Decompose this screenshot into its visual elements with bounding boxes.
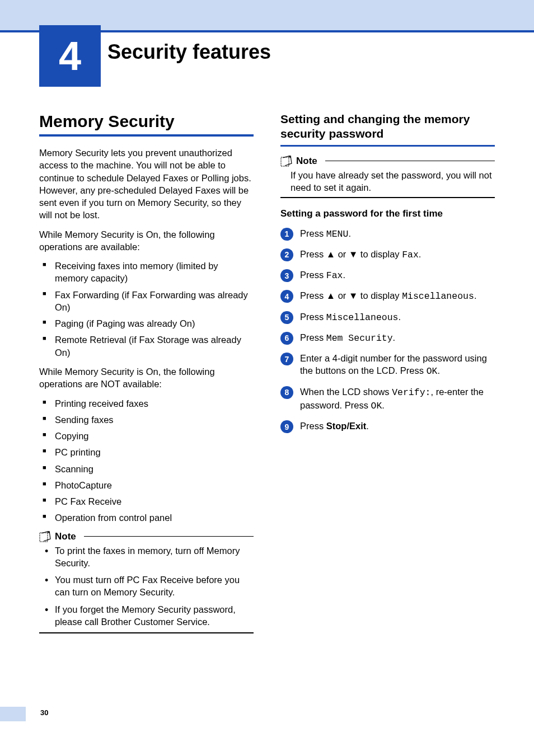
list-item: To print the faxes in memory, turn off M… (55, 544, 254, 570)
step-text: Press ▲ or ▼ to display Miscellaneous. (300, 289, 495, 303)
step-4: 4 Press ▲ or ▼ to display Miscellaneous. (280, 289, 495, 303)
not-available-list: Printing received faxes Sending faxes Co… (39, 397, 254, 524)
note-header-line (84, 536, 254, 537)
step-number-icon: 5 (280, 311, 293, 324)
note-icon (280, 156, 293, 167)
step-number-icon: 1 (280, 228, 293, 241)
note-header: Note (39, 531, 254, 542)
step-text: Press MENU. (300, 227, 495, 241)
subsection-heading: Setting and changing the memory security… (280, 112, 495, 142)
step-text: Press Mem Security. (300, 331, 495, 345)
available-intro: While Memory Security is On, the followi… (39, 228, 254, 253)
list-item: Fax Forwarding (if Fax Forwarding was al… (55, 289, 254, 314)
list-item: You must turn off PC Fax Receive before … (55, 574, 254, 599)
note-title: Note (296, 156, 317, 167)
list-item: PC Fax Receive (55, 495, 254, 508)
chapter-title: Security features (107, 40, 271, 64)
note-footer-line (39, 632, 254, 633)
note-body: If you have already set the password, yo… (280, 169, 495, 194)
step-text: Press Fax. (300, 269, 495, 282)
note-block: Note If you have already set the passwor… (280, 156, 495, 198)
intro-paragraph: Memory Security lets you prevent unautho… (39, 147, 254, 222)
list-item: Operation from control panel (55, 511, 254, 524)
section-heading: Memory Security (39, 112, 254, 131)
step-number-icon: 6 (280, 332, 293, 345)
page-number: 30 (40, 708, 48, 717)
note-footer-line (280, 197, 495, 198)
step-7: 7 Enter a 4-digit number for the passwor… (280, 352, 495, 378)
list-item: Receiving faxes into memory (limited by … (55, 260, 254, 285)
note-title: Note (55, 531, 76, 542)
note-block: Note To print the faxes in memory, turn … (39, 531, 254, 633)
step-3: 3 Press Fax. (280, 269, 495, 282)
available-list: Receiving faxes into memory (limited by … (39, 260, 254, 359)
step-1: 1 Press MENU. (280, 227, 495, 241)
step-9: 9 Press Stop/Exit. (280, 420, 495, 433)
not-available-intro: While Memory Security is On, the followi… (39, 365, 254, 391)
step-number-icon: 8 (280, 386, 293, 399)
step-text: Press Stop/Exit. (300, 420, 495, 432)
list-item: Copying (55, 430, 254, 442)
step-text: When the LCD shows Verify:, re-enter the… (300, 386, 495, 413)
note-list: To print the faxes in memory, turn off M… (39, 544, 254, 628)
step-8: 8 When the LCD shows Verify:, re-enter t… (280, 386, 495, 413)
subheading-underline (280, 145, 495, 147)
step-text: Enter a 4-digit number for the password … (300, 352, 495, 378)
content-columns: Memory Security Memory Security lets you… (39, 112, 495, 633)
note-icon (39, 531, 51, 542)
list-item: Printing received faxes (55, 397, 254, 410)
step-number-icon: 9 (280, 420, 293, 433)
note-header: Note (280, 156, 495, 167)
step-text: Press Miscellaneous. (300, 311, 495, 324)
step-2: 2 Press ▲ or ▼ to display Fax. (280, 248, 495, 261)
list-item: Paging (if Paging was already On) (55, 317, 254, 330)
step-number-icon: 2 (280, 248, 293, 261)
right-column: Setting and changing the memory security… (280, 112, 495, 633)
step-number-icon: 3 (280, 269, 293, 282)
list-item: Scanning (55, 463, 254, 475)
steps-list: 1 Press MENU. 2 Press ▲ or ▼ to display … (280, 227, 495, 434)
note-header-line (325, 161, 495, 162)
page-edge-tab (0, 707, 26, 721)
list-item: PhotoCapture (55, 479, 254, 491)
step-5: 5 Press Miscellaneous. (280, 311, 495, 324)
list-item: If you forget the Memory Security passwo… (55, 603, 254, 628)
step-number-icon: 4 (280, 290, 293, 303)
procedure-heading: Setting a password for the first time (280, 208, 495, 219)
chapter-number-box: 4 (39, 25, 101, 87)
step-text: Press ▲ or ▼ to display Fax. (300, 248, 495, 261)
list-item: Sending faxes (55, 414, 254, 426)
step-6: 6 Press Mem Security. (280, 331, 495, 345)
heading-underline (39, 134, 254, 137)
list-item: PC printing (55, 446, 254, 458)
list-item: Remote Retrieval (if Fax Storage was alr… (55, 334, 254, 359)
left-column: Memory Security Memory Security lets you… (39, 112, 254, 633)
step-number-icon: 7 (280, 353, 293, 365)
chapter-number: 4 (59, 33, 81, 79)
